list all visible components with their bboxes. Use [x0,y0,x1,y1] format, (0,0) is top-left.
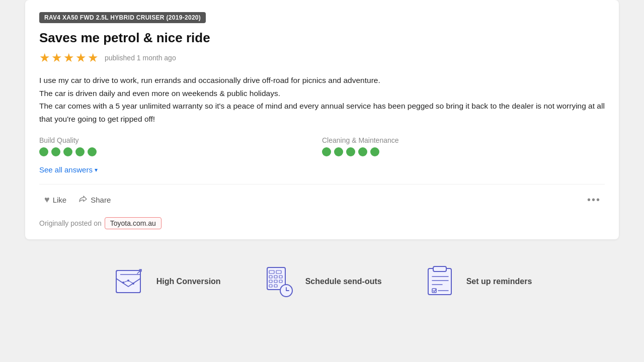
published-date: published 1 month ago [105,54,176,62]
dot-bq-4 [75,147,85,156]
chevron-down-icon: ▾ [95,166,98,173]
footer-reminders-label: Set up reminders [466,277,532,286]
build-quality-group: Build Quality [39,136,322,156]
share-button[interactable]: Share [73,192,116,208]
cleaning-maintenance-group: Cleaning & Maintenance [322,136,605,156]
dot-cm-3 [346,147,355,156]
star-rating: ★★★★★ [39,51,100,65]
actions-row: ♥ Like Share ••• [39,184,605,208]
share-icon [78,195,88,205]
dot-cm-2 [334,147,343,156]
build-quality-dots [39,147,322,156]
like-label: Like [53,196,67,204]
heart-icon: ♥ [44,195,50,205]
high-conversion-icon [112,263,148,300]
footer-section: High Conversion Schedule send- [0,245,644,315]
footer-schedule-label: Schedule send-outs [305,277,382,286]
dot-bq-1 [39,147,48,156]
originally-posted-label: Originally posted on [39,219,102,227]
schedule-sendouts-icon [261,263,297,300]
footer-item-schedule: Schedule send-outs [261,263,382,300]
cleaning-label: Cleaning & Maintenance [322,136,605,144]
build-quality-label: Build Quality [39,136,322,144]
dot-cm-4 [358,147,367,156]
dot-bq-3 [63,147,72,156]
review-line2: The car is driven daily and even more on… [39,87,605,100]
source-badge[interactable]: Toyota.com.au [105,217,162,229]
footer-item-conversion: High Conversion [112,263,221,300]
review-line3: The car comes with a 5 year unlimited wa… [39,100,605,125]
footer-conversion-label: High Conversion [156,277,221,286]
originally-posted-row: Originally posted on Toyota.com.au [39,216,605,229]
see-all-answers-link[interactable]: See all answers ▾ [39,165,98,174]
see-all-answers-text: See all answers [39,165,93,174]
footer-item-reminders: Set up reminders [422,263,532,300]
review-card: RAV4 XA50 FWD 2.5L HYBRID CRUISER (2019-… [25,0,619,239]
share-label: Share [91,196,111,204]
more-options-button[interactable]: ••• [583,192,605,208]
review-body: I use my car to drive to work, run erran… [39,74,605,125]
like-button[interactable]: ♥ Like [39,192,71,208]
review-line1: I use my car to drive to work, run erran… [39,74,605,87]
review-title: Saves me petrol & nice ride [39,30,605,46]
dot-cm-1 [322,147,331,156]
attributes-row: Build Quality Cleaning & Maintenance [39,136,605,156]
dot-bq-5 [88,147,97,156]
setup-reminders-icon [422,263,458,300]
cleaning-dots [322,147,605,156]
vehicle-badge: RAV4 XA50 FWD 2.5L HYBRID CRUISER (2019-… [39,12,206,23]
rating-row: ★★★★★ published 1 month ago [39,51,605,65]
svg-rect-18 [433,266,446,272]
dot-bq-2 [51,147,60,156]
ellipsis-icon: ••• [587,194,601,205]
dot-cm-5 [370,147,379,156]
